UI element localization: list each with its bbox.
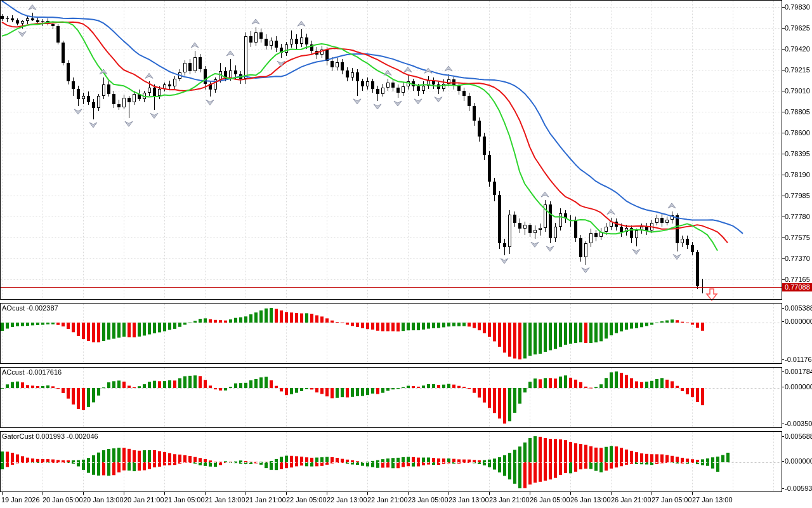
price-axis-label: 0.77780: [785, 212, 810, 221]
price-axis-label: 0.78190: [785, 170, 810, 179]
indicator-label-aocust: AOcust -0.002387: [2, 304, 58, 312]
indicator-axis-label: -0.0035088: [785, 419, 812, 428]
time-axis-label: 19 Jan 2026: [1, 495, 40, 504]
price-axis-label: 0.77575: [785, 233, 810, 242]
panel-divider[interactable]: [0, 491, 782, 495]
time-axis-label: 21 Jan 05:00: [164, 495, 205, 504]
chart-canvas[interactable]: [0, 0, 812, 508]
indicator-axis-label: 0.000000: [785, 317, 812, 326]
price-axis-label: 0.77370: [785, 254, 810, 263]
trading-chart-window: AOcust -0.002387 ACcust -0.0017616 Gator…: [0, 0, 812, 508]
time-axis-label: 23 Jan 05:00: [408, 495, 449, 504]
time-axis-label: 20 Jan 05:00: [43, 495, 83, 504]
time-axis-label: 22 Jan 21:00: [367, 495, 408, 504]
price-axis-label: 0.77985: [785, 191, 810, 200]
price-axis-label: 0.78600: [785, 128, 810, 137]
price-axis-label: 0.78805: [785, 107, 810, 116]
indicator-axis-label: 0.0017840: [785, 367, 812, 376]
time-axis-label: 20 Jan 13:00: [83, 495, 124, 504]
indicator-label-gatorcust: GatorCust 0.001993 -0.002046: [2, 432, 98, 441]
price-axis-label: 0.77165: [785, 275, 810, 284]
indicator-axis-label: 0.005388: [785, 304, 812, 312]
time-axis-label: 27 Jan 05:00: [652, 495, 692, 504]
time-axis-label: 22 Jan 13:00: [327, 495, 367, 504]
price-axis-label: 0.79625: [785, 23, 810, 32]
time-axis-label: 21 Jan 21:00: [246, 495, 286, 504]
time-axis-label: 20 Jan 21:00: [124, 495, 164, 504]
time-axis-label: 22 Jan 05:00: [286, 495, 327, 504]
time-axis-label: 21 Jan 13:00: [205, 495, 246, 504]
time-axis-label: 23 Jan 13:00: [449, 495, 489, 504]
price-axis-label: 0.79010: [785, 86, 810, 95]
panel-divider[interactable]: [0, 427, 782, 431]
price-axis-label: 0.79215: [785, 65, 810, 74]
indicator-axis-label: -0.005932: [785, 484, 812, 493]
current-price-tag: 0.77088: [782, 283, 812, 291]
indicator-axis-label: 0.005688: [785, 432, 812, 441]
time-axis-label: 27 Jan 13:00: [692, 495, 733, 504]
price-axis-label: 0.78395: [785, 149, 810, 158]
indicator-axis-label: -0.011765: [785, 355, 812, 364]
price-axis[interactable]: 0.798300.796250.794200.792150.790100.788…: [782, 0, 812, 491]
panel-divider[interactable]: [0, 363, 782, 367]
indicator-axis-label: 0.000000: [785, 457, 812, 465]
indicator-axis-label: 0.0000000: [785, 382, 812, 391]
indicator-label-accust: ACcust -0.0017616: [2, 368, 62, 377]
time-axis-label: 26 Jan 13:00: [570, 495, 611, 504]
time-axis-label: 26 Jan 05:00: [530, 495, 570, 504]
time-axis-label: 23 Jan 21:00: [489, 495, 530, 504]
price-axis-label: 0.79830: [785, 3, 810, 11]
price-axis-label: 0.79420: [785, 44, 810, 53]
time-axis-label: 26 Jan 21:00: [611, 495, 652, 504]
